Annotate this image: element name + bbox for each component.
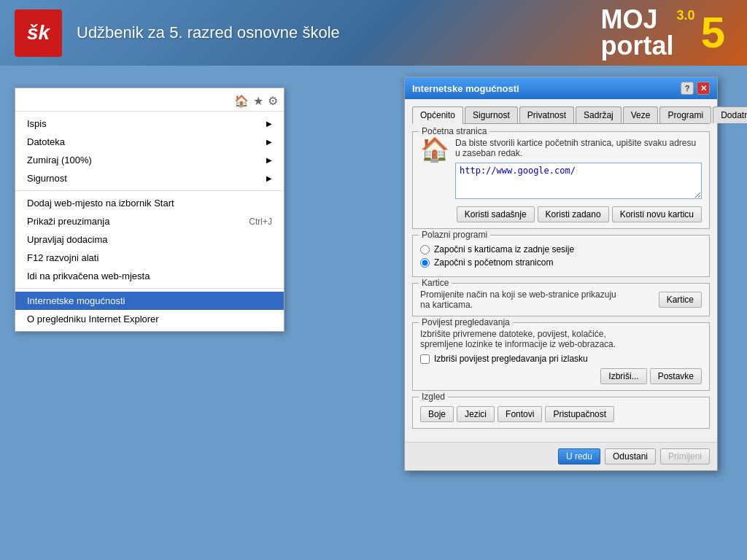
menu-item-upravljaj[interactable]: Upravljaj dodacima	[15, 230, 284, 249]
btn-jezici[interactable]: Jezici	[457, 406, 495, 422]
menu-item-zumiraj[interactable]: Zumiraj (100%)▶	[15, 151, 284, 169]
tab-sigurnost[interactable]: Sigurnost	[465, 106, 518, 123]
btn-postavke[interactable]: Postavke	[650, 368, 702, 384]
tab-dodatno[interactable]: Dodatno	[713, 106, 747, 123]
section-izgled-label: Izgled	[419, 392, 448, 402]
btn-u-redu[interactable]: U redu	[558, 448, 600, 464]
radio-kartice-label: Započni s karticama iz zadnje sesije	[434, 244, 574, 254]
home-section-right: Da biste stvorili kartice početnih stran…	[455, 138, 702, 202]
home-building-icon: 🏠	[420, 138, 449, 161]
logo-text: šk	[27, 21, 50, 44]
tab-veze[interactable]: Veze	[623, 106, 659, 123]
menu-item-dodaj[interactable]: Dodaj web-mjesto na izbornik Start	[15, 194, 284, 212]
dialog-close-button[interactable]: ✕	[697, 82, 710, 95]
dialog-footer: U redu Odustani Primijeni	[405, 442, 717, 470]
section-polazni-label: Polazni programi	[419, 230, 490, 240]
brand: MOJ portal 3.0 5	[601, 7, 725, 59]
brand-text: MOJ portal	[601, 7, 674, 59]
izgled-row: Boje Jezici Fontovi Pristupačnost	[420, 406, 702, 422]
content-area: 🏠 ★ ⚙ Ispis▶ Datoteka▶ Zumiraj (100%)▶ S…	[0, 66, 747, 560]
dialog-titlebar: Internetske mogućnosti ? ✕	[405, 77, 717, 99]
btn-izbrisi[interactable]: Izbriši...	[600, 368, 646, 384]
btn-odustani[interactable]: Odustani	[605, 448, 656, 464]
header-title: Udžbenik za 5. razred osnovne škole	[77, 23, 340, 42]
povijest-btn-row: Izbriši... Postavke	[420, 368, 702, 384]
tab-programi[interactable]: Programi	[659, 106, 711, 123]
tab-opcenito[interactable]: Općenito	[412, 106, 463, 124]
dialog-title-buttons: ? ✕	[681, 82, 710, 95]
povijest-description: Izbrišite privremene datoteke, povijest,…	[420, 329, 624, 349]
url-input-area: http://www.google.com/	[455, 163, 702, 202]
dialog-tabs: Općenito Sigurnost Privatnost Sadržaj Ve…	[412, 106, 710, 124]
context-menu: 🏠 ★ ⚙ Ispis▶ Datoteka▶ Zumiraj (100%)▶ S…	[15, 88, 285, 332]
kartice-description: Promijenite način na koji se web-stranic…	[420, 289, 624, 310]
checkbox-row: Izbriši povijest pregledavanja pri izlas…	[420, 354, 702, 364]
dialog-title: Internetske mogućnosti	[412, 83, 519, 94]
dialog-internetske-mogucnosti: Internetske mogućnosti ? ✕ Općenito Sigu…	[404, 77, 718, 471]
section-povijest: Povijest pregledavanja Izbrišite privrem…	[412, 322, 710, 391]
home-description: Da biste stvorili kartice početnih stran…	[455, 138, 702, 158]
radio-pocetna-label: Započni s početnom stranicom	[434, 257, 553, 268]
menu-item-sigurnost[interactable]: Sigurnost▶	[15, 169, 284, 187]
tab-sadrzaj[interactable]: Sadržaj	[576, 106, 622, 123]
radio-pocetna[interactable]	[420, 258, 430, 268]
pocetna-btn-row: Koristi sadašnje Koristi zadano Koristi …	[420, 206, 702, 222]
menu-item-internetske[interactable]: Internetske mogućnosti	[15, 292, 284, 310]
home-section: 🏠 Da biste stvorili kartice početnih str…	[420, 138, 702, 202]
kartice-row: Promijenite način na koji se web-stranic…	[420, 289, 702, 310]
section-kartice-label: Kartice	[419, 278, 452, 288]
menu-item-ispis[interactable]: Ispis▶	[15, 114, 284, 133]
brand-version: 3.0	[677, 8, 695, 23]
dialog-content: Općenito Sigurnost Privatnost Sadržaj Ve…	[405, 99, 717, 442]
menu-toolbar: 🏠 ★ ⚙	[15, 91, 284, 112]
url-input[interactable]: http://www.google.com/	[455, 163, 702, 199]
star-icon[interactable]: ★	[253, 94, 263, 108]
menu-item-datoteka[interactable]: Datoteka▶	[15, 133, 284, 151]
btn-koristi-sadasnje[interactable]: Koristi sadašnje	[457, 206, 535, 222]
btn-primijeni[interactable]: Primijeni	[660, 448, 710, 464]
tab-privatnost[interactable]: Privatnost	[519, 106, 574, 123]
btn-koristi-novu[interactable]: Koristi novu karticu	[612, 206, 702, 222]
radio-kartice[interactable]	[420, 245, 430, 254]
menu-item-f12[interactable]: F12 razvojni alati	[15, 249, 284, 267]
menu-item-prikazi[interactable]: Prikaži preuzimanja Ctrl+J	[15, 212, 284, 230]
btn-fontovi[interactable]: Fontovi	[498, 406, 542, 422]
section-pocetna-label: Početna stranica	[419, 126, 489, 136]
brand-portal: portal	[601, 33, 674, 59]
brand-number: 5	[701, 11, 725, 55]
btn-kartice[interactable]: Kartice	[659, 292, 702, 308]
radio-row-1: Započni s karticama iz zadnje sesije	[420, 244, 702, 254]
polazni-content: Započni s karticama iz zadnje sesije Zap…	[420, 244, 702, 268]
section-polazni: Polazni programi Započni s karticama iz …	[412, 235, 710, 277]
menu-divider-2	[15, 288, 284, 289]
checkbox-povijest[interactable]	[420, 354, 430, 364]
brand-moj: MOJ	[601, 7, 674, 33]
logo: šk	[15, 9, 62, 57]
btn-pristupacnost[interactable]: Pristupačnost	[545, 406, 614, 422]
section-pocetna: Početna stranica 🏠 Da biste stvorili kar…	[412, 131, 710, 229]
btn-boje[interactable]: Boje	[420, 406, 454, 422]
menu-item-o-pregledniku[interactable]: O pregledniku Internet Explorer	[15, 310, 284, 328]
home-icon[interactable]: 🏠	[234, 94, 249, 108]
section-povijest-label: Povijest pregledavanja	[419, 317, 513, 327]
menu-item-idi[interactable]: Idi na prikvačena web-mjesta	[15, 267, 284, 285]
radio-row-2: Započni s početnom stranicom	[420, 257, 702, 268]
header: šk Udžbenik za 5. razred osnovne škole M…	[0, 0, 747, 66]
section-kartice: Kartice Promijenite način na koji se web…	[412, 283, 710, 316]
section-izgled: Izgled Boje Jezici Fontovi Pristupačnost	[412, 397, 710, 429]
checkbox-label: Izbriši povijest pregledavanja pri izlas…	[434, 354, 588, 364]
povijest-row: Izbrišite privremene datoteke, povijest,…	[420, 329, 702, 349]
btn-koristi-zadano[interactable]: Koristi zadano	[538, 206, 609, 222]
gear-icon[interactable]: ⚙	[268, 94, 278, 108]
dialog-help-button[interactable]: ?	[681, 82, 694, 95]
menu-divider-1	[15, 190, 284, 191]
